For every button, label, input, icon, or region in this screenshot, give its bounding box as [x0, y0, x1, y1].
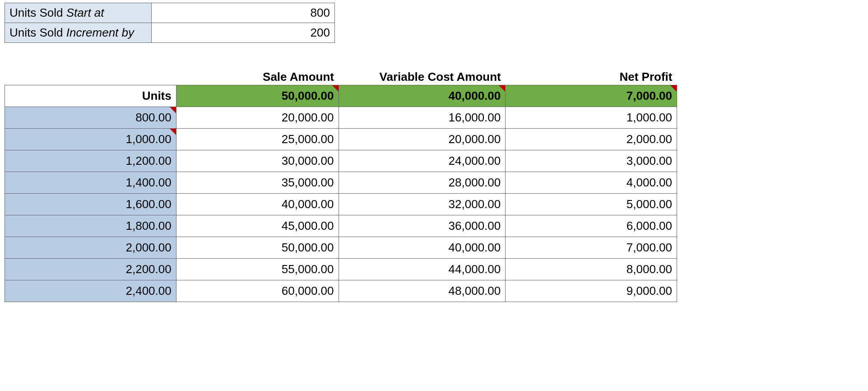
- sale-cell[interactable]: 50,000.00: [176, 237, 339, 259]
- profit-cell[interactable]: 3,000.00: [506, 150, 677, 172]
- vcost-cell[interactable]: 16,000.00: [339, 107, 506, 129]
- table-row: 2,400.0060,000.0048,000.009,000.00: [5, 280, 677, 302]
- profit-cell[interactable]: 6,000.00: [506, 215, 677, 237]
- sale-cell[interactable]: 45,000.00: [176, 215, 339, 237]
- table-row: 2,200.0055,000.0044,000.008,000.00: [5, 259, 677, 280]
- sale-cell[interactable]: 40,000.00: [176, 194, 339, 215]
- sale-cell[interactable]: 60,000.00: [176, 280, 339, 302]
- vcost-cell[interactable]: 48,000.00: [339, 280, 506, 302]
- param-start-value[interactable]: 800: [152, 3, 335, 23]
- profit-cell[interactable]: 7,000.00: [506, 237, 677, 259]
- vcost-cell[interactable]: 20,000.00: [339, 129, 506, 150]
- profit-cell[interactable]: 2,000.00: [506, 129, 677, 150]
- units-cell[interactable]: 1,200.00: [5, 150, 176, 172]
- header-vcost[interactable]: Variable Cost Amount: [339, 68, 506, 85]
- units-cell[interactable]: 1,000.00: [5, 129, 176, 150]
- table-row: 2,000.0050,000.0040,000.007,000.00: [5, 237, 677, 259]
- data-table: Sale Amount Variable Cost Amount Net Pro…: [5, 68, 677, 302]
- param-incr-label-ital: Increment by: [66, 26, 134, 39]
- units-cell[interactable]: 2,200.00: [5, 259, 176, 280]
- parameter-table: Units Sold Start at 800 Units Sold Incre…: [5, 3, 335, 43]
- profit-cell[interactable]: 9,000.00: [506, 280, 677, 302]
- profit-cell[interactable]: 5,000.00: [506, 194, 677, 215]
- totals-row: Units 50,000.00 40,000.00 7,000.00: [5, 85, 677, 107]
- units-header[interactable]: Units: [5, 85, 176, 107]
- sale-cell[interactable]: 25,000.00: [176, 129, 339, 150]
- param-incr-label-prefix: Units Sold: [9, 26, 66, 39]
- sale-cell[interactable]: 20,000.00: [176, 107, 339, 129]
- param-incr-label[interactable]: Units Sold Increment by: [5, 23, 152, 43]
- sale-cell[interactable]: 35,000.00: [176, 172, 339, 194]
- sale-cell[interactable]: 30,000.00: [176, 150, 339, 172]
- table-row: 1,000.0025,000.0020,000.002,000.00: [5, 129, 677, 150]
- vcost-cell[interactable]: 44,000.00: [339, 259, 506, 280]
- param-start-label[interactable]: Units Sold Start at: [5, 3, 152, 23]
- vcost-cell[interactable]: 36,000.00: [339, 215, 506, 237]
- param-incr-value[interactable]: 200: [152, 23, 335, 43]
- vcost-cell[interactable]: 24,000.00: [339, 150, 506, 172]
- table-row: 800.0020,000.0016,000.001,000.00: [5, 107, 677, 129]
- units-cell[interactable]: 1,600.00: [5, 194, 176, 215]
- column-header-row: Sale Amount Variable Cost Amount Net Pro…: [5, 68, 677, 85]
- param-start-label-prefix: Units Sold: [9, 6, 66, 19]
- units-cell[interactable]: 800.00: [5, 107, 176, 129]
- units-cell[interactable]: 1,400.00: [5, 172, 176, 194]
- units-cell[interactable]: 2,000.00: [5, 237, 176, 259]
- header-profit[interactable]: Net Profit: [506, 68, 677, 85]
- vcost-cell[interactable]: 28,000.00: [339, 172, 506, 194]
- profit-cell[interactable]: 8,000.00: [506, 259, 677, 280]
- units-cell[interactable]: 1,800.00: [5, 215, 176, 237]
- header-blank: [5, 68, 176, 85]
- vcost-cell[interactable]: 32,000.00: [339, 194, 506, 215]
- profit-cell[interactable]: 1,000.00: [506, 107, 677, 129]
- vcost-cell[interactable]: 40,000.00: [339, 237, 506, 259]
- totals-profit[interactable]: 7,000.00: [506, 85, 677, 107]
- table-row: 1,600.0040,000.0032,000.005,000.00: [5, 194, 677, 215]
- totals-sale[interactable]: 50,000.00: [176, 85, 339, 107]
- units-cell[interactable]: 2,400.00: [5, 280, 176, 302]
- header-sale[interactable]: Sale Amount: [176, 68, 339, 85]
- totals-vcost[interactable]: 40,000.00: [339, 85, 506, 107]
- table-row: 1,400.0035,000.0028,000.004,000.00: [5, 172, 677, 194]
- param-start-label-ital: Start at: [66, 6, 104, 19]
- profit-cell[interactable]: 4,000.00: [506, 172, 677, 194]
- table-row: 1,800.0045,000.0036,000.006,000.00: [5, 215, 677, 237]
- table-row: 1,200.0030,000.0024,000.003,000.00: [5, 150, 677, 172]
- sale-cell[interactable]: 55,000.00: [176, 259, 339, 280]
